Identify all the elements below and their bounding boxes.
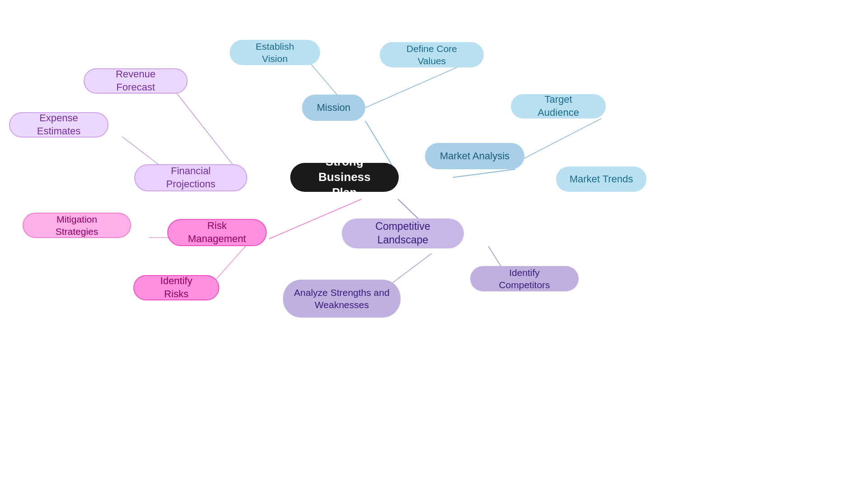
financial-projections-node[interactable]: Financial Projections [134,164,247,191]
define-core-values-node[interactable]: Define Core Values [380,42,484,67]
market-trends-node[interactable]: Market Trends [556,167,646,192]
risk-management-node[interactable]: Risk Management [167,219,267,246]
establish-vision-node[interactable]: Establish Vision [230,40,320,65]
center-node[interactable]: Strong Business Plan [290,163,399,192]
svg-line-4 [515,119,601,163]
revenue-forecast-node[interactable]: Revenue Forecast [84,68,188,94]
identify-competitors-node[interactable]: Identify Competitors [470,266,579,291]
market-analysis-node[interactable]: Market Analysis [425,143,524,169]
target-audience-node[interactable]: Target Audience [511,94,606,119]
svg-line-2 [365,67,459,108]
expense-estimates-node[interactable]: Expense Estimates [9,112,108,138]
svg-line-3 [453,169,515,177]
mission-node[interactable]: Mission [302,95,365,121]
analyze-sw-node[interactable]: Analyze Strengths and Weaknesses [283,280,401,318]
competitive-landscape-node[interactable]: Competitive Landscape [342,219,464,248]
mitigation-strategies-node[interactable]: Mitigation Strategies [23,213,131,238]
identify-risks-node[interactable]: Identify Risks [133,275,219,300]
